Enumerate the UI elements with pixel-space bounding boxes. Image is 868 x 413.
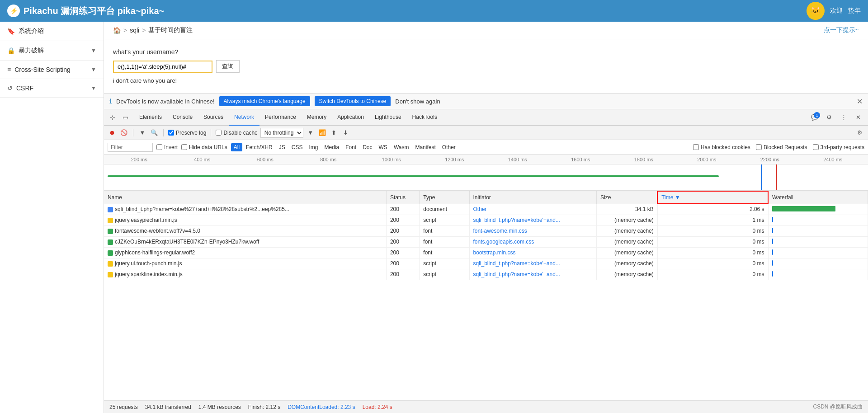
filter-type-fetchxhr[interactable]: Fetch/XHR: [243, 143, 275, 151]
table-row[interactable]: sqli_blind_t.php?name=kobe%27+and+if%28%…: [104, 204, 868, 215]
clear-btn[interactable]: 🚫: [119, 128, 128, 137]
initiator-link[interactable]: sqli_blind_t.php?name=kobe'+and...: [473, 260, 560, 267]
cell-waterfall: [768, 236, 868, 247]
import-btn[interactable]: ⬆: [330, 128, 339, 137]
network-settings-btn[interactable]: ⚙: [855, 128, 864, 137]
table-row[interactable]: cJZKeOuBrn4kERxqtaUH3T8E0i7KZn-EPnyo3HZu…: [104, 236, 868, 247]
chevron-icon: ▼: [91, 47, 96, 54]
initiator-link[interactable]: Other: [473, 206, 487, 212]
filter-type-other[interactable]: Other: [439, 143, 458, 151]
col-header-time[interactable]: Time ▼: [657, 191, 768, 204]
third-party-label[interactable]: 3rd-party requests: [813, 144, 864, 150]
filter-type-js[interactable]: JS: [276, 143, 288, 151]
hide-data-urls-checkbox[interactable]: [181, 144, 187, 150]
chat-icon[interactable]: 💬 1: [808, 111, 821, 124]
preserve-log-label[interactable]: Preserve log: [168, 130, 206, 136]
close-devtools-btn[interactable]: ✕: [852, 111, 864, 124]
cell-status: 200: [386, 236, 419, 247]
tab-sources[interactable]: Sources: [198, 109, 229, 126]
filter-type-font[interactable]: Font: [343, 143, 359, 151]
tab-console[interactable]: Console: [167, 109, 198, 126]
table-row[interactable]: jquery.sparkline.index.min.js 200 script…: [104, 269, 868, 280]
export-btn[interactable]: ⬇: [341, 128, 350, 137]
table-row[interactable]: glyphicons-halflings-regular.woff2 200 f…: [104, 247, 868, 258]
sidebar-item-intro[interactable]: 🔖 系统介绍: [0, 22, 104, 41]
tab-hacktools[interactable]: HackTools: [407, 109, 443, 126]
info-icon: ℹ: [109, 98, 112, 105]
cell-initiator: Other: [469, 204, 597, 215]
filter-type-ws[interactable]: WS: [376, 143, 390, 151]
blocked-cookies-label[interactable]: Has blocked cookies: [693, 144, 750, 150]
tab-memory[interactable]: Memory: [302, 109, 332, 126]
throttle-select[interactable]: No throttling: [260, 128, 303, 138]
tab-network[interactable]: Network: [229, 109, 259, 126]
initiator-link[interactable]: sqli_blind_t.php?name=kobe'+and...: [473, 217, 560, 223]
tab-application[interactable]: Application: [332, 109, 369, 126]
col-header-initiator[interactable]: Initiator: [469, 191, 597, 204]
settings-icon[interactable]: ⚙: [823, 111, 835, 124]
filter-right-group: Has blocked cookies Blocked Requests 3rd…: [693, 144, 864, 150]
ruler-2000: 2000 ms: [675, 157, 739, 162]
col-header-status[interactable]: Status: [386, 191, 419, 204]
throttle-dropdown-icon[interactable]: ▼: [306, 128, 315, 137]
network-table-container[interactable]: Name Status Type Initiator Size Time ▼ W…: [104, 191, 868, 400]
submit-button[interactable]: 查询: [216, 60, 240, 73]
filter-icon-btn[interactable]: ▼: [138, 128, 147, 137]
filter-input[interactable]: [108, 143, 153, 152]
sidebar-item-csrf[interactable]: ↺ CSRF ▼: [0, 79, 104, 98]
disable-cache-label[interactable]: Disable cache: [216, 130, 257, 136]
preserve-log-checkbox[interactable]: [168, 130, 174, 136]
initiator-link[interactable]: fonts.googleapis.com.css: [473, 239, 534, 245]
filter-type-all[interactable]: All: [231, 143, 242, 151]
table-row[interactable]: jquery.easypiechart.min.js 200 script sq…: [104, 215, 868, 225]
form-result: i don't care who you are!: [113, 77, 859, 84]
filter-type-manifest[interactable]: Manifest: [412, 143, 438, 151]
cell-size: (memory cache): [597, 215, 658, 225]
tab-performance[interactable]: Performance: [259, 109, 302, 126]
table-row[interactable]: jquery.ui.touch-punch.min.js 200 script …: [104, 258, 868, 269]
col-header-size[interactable]: Size: [597, 191, 658, 204]
hint-link[interactable]: 点一下提示~: [824, 26, 859, 34]
initiator-link[interactable]: bootstrap.min.css: [473, 249, 516, 256]
cell-initiator: sqli_blind_t.php?name=kobe'+and...: [469, 215, 597, 225]
tab-lighthouse[interactable]: Lighthouse: [369, 109, 407, 126]
initiator-link[interactable]: font-awesome.min.css: [473, 228, 527, 234]
third-party-checkbox[interactable]: [813, 144, 819, 150]
cell-initiator: bootstrap.min.css: [469, 247, 597, 258]
timeline-chart: [104, 164, 868, 191]
filter-type-img[interactable]: Img: [306, 143, 321, 151]
cursor-icon[interactable]: ⊹: [108, 113, 118, 122]
more-icon[interactable]: ⋮: [837, 111, 850, 124]
transferred-size: 34.1 kB transferred: [145, 404, 191, 410]
switch-chinese-btn[interactable]: Switch DevTools to Chinese: [315, 96, 391, 106]
sidebar-item-brute[interactable]: 🔒 暴力破解 ▼: [0, 41, 104, 61]
device-icon[interactable]: ▭: [120, 113, 130, 122]
disable-cache-checkbox[interactable]: [216, 130, 222, 136]
filter-type-css[interactable]: CSS: [289, 143, 306, 151]
search-btn[interactable]: 🔍: [150, 128, 159, 137]
dont-show-btn[interactable]: Don't show again: [395, 98, 440, 105]
blocked-requests-label[interactable]: Blocked Requests: [756, 144, 807, 150]
initiator-link[interactable]: sqli_blind_t.php?name=kobe'+and...: [473, 271, 560, 277]
hide-data-urls-label[interactable]: Hide data URLs: [181, 144, 227, 150]
filter-type-media[interactable]: Media: [321, 143, 342, 151]
filter-type-doc[interactable]: Doc: [360, 143, 375, 151]
col-header-name[interactable]: Name: [104, 191, 386, 204]
col-header-waterfall[interactable]: Waterfall: [768, 191, 868, 204]
sep2: [163, 129, 164, 136]
sidebar-item-xss[interactable]: ≡ Cross-Site Scripting ▼: [0, 61, 104, 79]
filter-type-wasm[interactable]: Wasm: [391, 143, 412, 151]
blocked-requests-checkbox[interactable]: [756, 144, 762, 150]
close-notification-btn[interactable]: ✕: [857, 97, 863, 106]
cell-name: fontawesome-webfont.woff?v=4.5.0: [104, 225, 386, 236]
invert-label[interactable]: Invert: [156, 144, 178, 150]
username-input[interactable]: [113, 61, 212, 73]
invert-checkbox[interactable]: [156, 144, 162, 150]
tab-elements[interactable]: Elements: [134, 109, 167, 126]
record-btn[interactable]: ⏺: [108, 128, 117, 137]
blocked-cookies-checkbox[interactable]: [693, 144, 699, 150]
col-header-type[interactable]: Type: [420, 191, 469, 204]
table-row[interactable]: fontawesome-webfont.woff?v=4.5.0 200 fon…: [104, 225, 868, 236]
always-match-btn[interactable]: Always match Chrome's language: [219, 96, 310, 106]
network-conditions-icon[interactable]: 📶: [318, 128, 327, 137]
